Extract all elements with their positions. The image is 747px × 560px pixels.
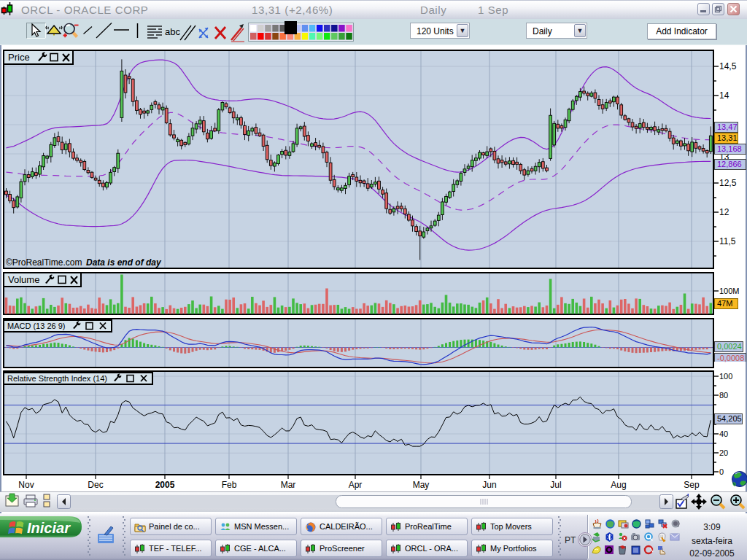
svg-text:Volume: Volume [8, 274, 39, 285]
svg-text:Iniciar: Iniciar [27, 520, 71, 536]
svg-text:sexta-feira: sexta-feira [692, 536, 732, 546]
svg-text:MACD (13 26 9): MACD (13 26 9) [7, 322, 65, 330]
svg-text:Price: Price [8, 52, 30, 63]
svg-text:PT: PT [565, 535, 576, 545]
svg-text:Relative Strength Index (14): Relative Strength Index (14) [7, 374, 107, 383]
svg-text:02-09-2005: 02-09-2005 [689, 548, 735, 559]
svg-text:3:09: 3:09 [703, 522, 721, 532]
